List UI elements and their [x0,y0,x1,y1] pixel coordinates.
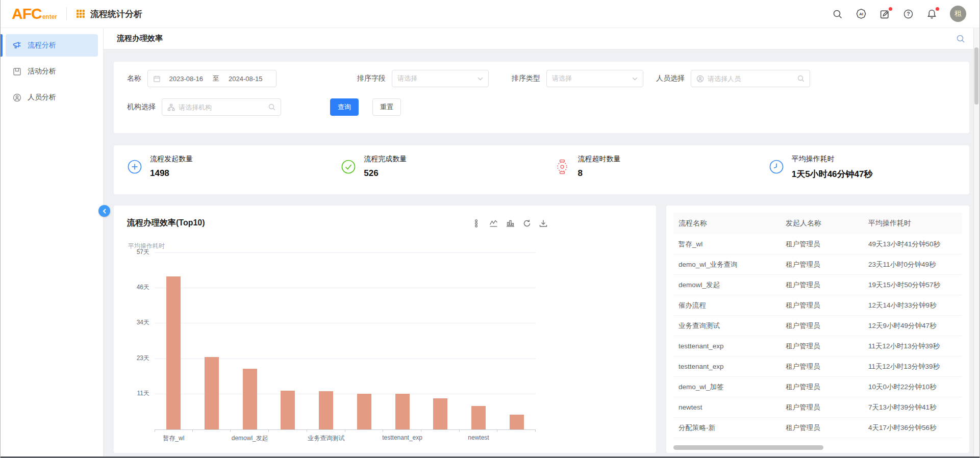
query-button[interactable]: 查询 [330,98,359,116]
topbar: AFC enter 流程统计分析 AI [1,0,979,28]
column-header-发起人名称: 发起人名称 [786,219,868,228]
cell-initiator: 租户管理员 [786,423,868,432]
cell-process-name: demowl_发起 [673,281,786,290]
org-input[interactable] [179,104,265,111]
table-row[interactable]: 分配策略-新租户管理员4天17小时36分钟56秒 [673,418,962,438]
x-axis-tick [192,429,193,432]
download-icon[interactable] [539,219,547,227]
column-header-流程名称: 流程名称 [673,219,786,228]
help-icon[interactable]: ? [903,9,914,19]
category-slot: testtenant_exp [383,253,421,429]
table-row[interactable]: 催办流程租户管理员12天14小时33分钟9秒 [673,295,962,316]
svg-text:AI: AI [859,12,863,16]
table-row[interactable]: demo_wl_业务查询租户管理员23天11小时0分钟49秒 [673,255,962,275]
sort-type-select[interactable]: 请选择 [546,70,643,87]
table-row[interactable]: testtenant_exp租户管理员11天12小时13分钟39秒 [673,357,962,377]
cell-avg-duration: 49天13小时41分钟50秒 [868,240,962,249]
app-logo[interactable]: AFC enter [12,6,57,21]
bar-chart-icon[interactable] [506,219,515,227]
x-axis-tick [345,429,345,432]
name-filter-label: 名称 [127,74,141,83]
x-axis-tick-label: demowl_发起 [208,434,292,443]
date-range-picker[interactable]: 2023-08-16 至 2024-08-15 [147,70,277,87]
stats-panel: 流程发起数量1498流程完成数量526流程超时数量8平均操作耗时1天5小时46分… [114,145,969,194]
chart-canvas[interactable]: 11天23天34天46天57天暂存_wldemowl_发起业务查询测试testt… [155,253,536,429]
bar-testtenant_exp [395,394,410,429]
global-search-icon[interactable] [832,9,843,19]
table-row[interactable]: testtenant_exp租户管理员11天12小时13分钟39秒 [673,336,962,357]
active-indicator [1,34,3,57]
notes-icon[interactable] [880,9,890,19]
date-start-value[interactable]: 2023-08-16 [161,75,212,83]
line-chart-icon[interactable] [489,219,498,227]
app-grid-icon[interactable] [76,9,85,18]
table-row[interactable]: demo_wl_加签租户管理员10天0小时22分钟10秒 [673,377,962,397]
bar-testtenant_exp [357,394,371,429]
person-input[interactable] [708,75,794,83]
calendar-icon [153,75,161,83]
refresh-icon[interactable] [523,219,531,227]
x-axis-tick [535,429,536,432]
stat-平均操作耗时: 平均操作耗时1天5小时46分钟47秒 [756,155,969,194]
notes-badge [889,7,892,11]
x-axis-tick [268,429,269,432]
cell-process-name: newtest [673,403,786,411]
cell-initiator: 租户管理员 [786,321,868,330]
page-search-icon[interactable] [956,34,965,43]
person-icon [696,75,704,83]
user-avatar[interactable]: 租 [950,6,966,22]
date-separator: 至 [212,74,220,83]
stat-value: 526 [364,168,407,179]
date-end-value[interactable]: 2024-08-15 [220,75,271,83]
notifications-bell-icon[interactable] [926,9,937,19]
org-filter-label: 机构选择 [127,103,156,112]
sidebar-collapse-button[interactable] [98,205,110,217]
sidebar-item-label: 流程分析 [28,41,56,50]
ai-assistant-icon[interactable]: AI [856,8,867,19]
chart-card: 流程办理效率(Top10) [114,206,656,453]
table-row[interactable]: 业务查询测试租户管理员12天9小时49分钟47秒 [673,316,962,336]
chevron-down-icon [632,77,638,81]
y-axis-tick-label: 23天 [137,354,149,363]
cell-process-name: 催办流程 [673,301,786,310]
sort-field-select[interactable]: 请选择 [392,70,489,87]
sort-field-label: 排序字段 [357,74,386,83]
table-row[interactable]: newtest租户管理员7天13小时39分钟41秒 [673,397,962,418]
reset-button[interactable]: 重置 [372,98,401,116]
table-row[interactable]: 暂存_wl租户管理员49天13小时41分钟50秒 [673,234,962,255]
x-axis-tick-label: 暂存_wl [132,434,215,443]
archive-icon [13,67,28,76]
person-filter-label: 人员选择 [656,74,685,83]
bar-newtest [471,406,486,429]
sidebar-item-人员分析[interactable]: 人员分析 [6,86,98,109]
sidebar-item-label: 活动分析 [28,67,56,76]
y-axis-tick-label: 46天 [137,283,149,292]
plus-circle-icon [127,159,142,174]
table-row[interactable]: demowl_发起租户管理员19天15小时50分钟57秒 [673,275,962,295]
cell-avg-duration: 23天11小时0分钟49秒 [868,260,962,269]
x-axis-tick-label: newtest [437,434,520,441]
person-icon [13,93,28,102]
horizontal-scrollbar-thumb[interactable] [673,445,823,450]
sidebar-item-活动分析[interactable]: 活动分析 [6,60,98,83]
bar-分配策略-新 [510,415,524,429]
x-axis-tick [155,429,155,432]
sidebar-item-流程分析[interactable]: 流程分析 [6,34,98,57]
person-picker[interactable] [691,70,810,87]
cell-initiator: 租户管理员 [786,362,868,371]
org-picker[interactable] [162,98,281,116]
search-icon [797,75,805,82]
category-slot [497,253,536,429]
cell-initiator: 租户管理员 [786,342,868,351]
table-header: 流程名称发起人名称平均操作耗时 [673,213,962,234]
sidebar: 流程分析活动分析人员分析 [1,28,104,458]
cell-process-name: testtenant_exp [673,363,786,370]
watch-icon [555,159,570,174]
stack-icon[interactable] [473,219,481,227]
y-axis-tick-label: 34天 [137,318,149,327]
x-axis-tick-label: testtenant_exp [360,434,444,441]
x-axis-tick [230,429,231,432]
bar-demowl_发起 [243,369,257,429]
y-axis-tick-label: 11天 [137,389,149,398]
vertical-scrollbar-thumb[interactable] [974,47,978,105]
